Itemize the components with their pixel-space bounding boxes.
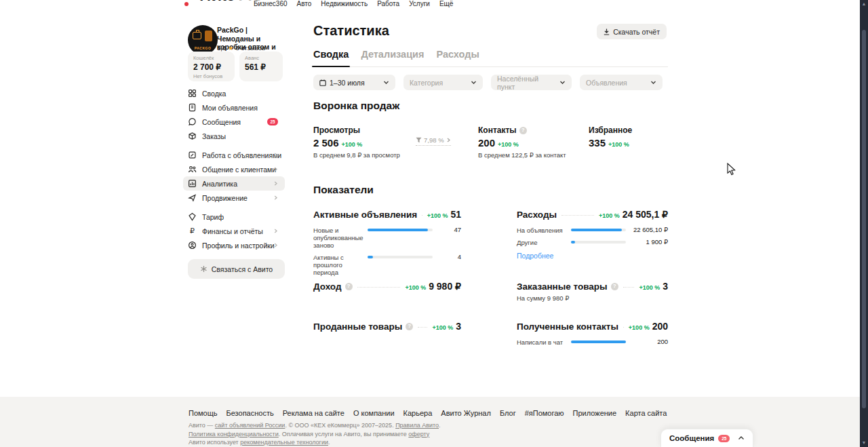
bar-chart-icon	[188, 179, 197, 188]
conversion-chip[interactable]: 7,98 %	[416, 136, 451, 146]
chat-icon	[188, 117, 197, 126]
logo-text: Avito	[200, 0, 235, 3]
legal-link[interactable]: Правила Авито	[395, 422, 439, 429]
advance-amount: 561 ₽	[245, 62, 277, 72]
footer-link-ihelp[interactable]: #яПомогаю	[525, 409, 564, 417]
footer-link-career[interactable]: Карьера	[403, 409, 433, 417]
sidebar-item-profile-settings[interactable]: Профиль и настройки	[183, 238, 285, 252]
nav-item-services[interactable]: Услуги	[409, 0, 430, 7]
bar-fill	[571, 229, 622, 231]
messages-widget[interactable]: Сообщения 25	[660, 429, 753, 447]
mouse-cursor	[727, 163, 736, 178]
chevron-right-icon	[273, 243, 278, 248]
legal-line: Авито — сайт объявлений России. © ООО «К…	[189, 421, 441, 430]
sidebar-item-work-with-ads[interactable]: Работа с объявлениями	[183, 148, 285, 162]
footer-link-help[interactable]: Помощь	[189, 409, 218, 417]
download-report-button[interactable]: Скачать отчёт	[597, 24, 667, 39]
legal-link[interactable]: рекомендательные технологии	[240, 439, 328, 446]
nav-item-business360[interactable]: Бизнес360	[254, 0, 288, 7]
filters-row: 1–30 июля Категория Населённый пункт Объ…	[313, 75, 663, 90]
avatar[interactable]: PACKGO	[188, 25, 218, 55]
info-icon[interactable]: ?	[611, 283, 618, 290]
dotted-leader	[561, 215, 594, 216]
document-icon	[188, 103, 197, 112]
nav-item-realty[interactable]: Недвижимость	[321, 0, 368, 7]
views-subtext: В среднем 9,8 ₽ за просмотр	[313, 151, 400, 159]
dotted-leader	[623, 287, 635, 288]
chevron-right-icon	[273, 153, 278, 157]
people-icon	[188, 165, 197, 174]
profile-rating[interactable]: 5,0 ★ 6 отзывов	[217, 44, 265, 52]
footer-links: Помощь Безопасность Реклама на сайте О к…	[189, 409, 667, 417]
metric-card-active-ads: Активные объявления +100 % 51 Новые и оп…	[313, 209, 461, 276]
conversion-value: 7,98 %	[424, 136, 444, 144]
ads-filter[interactable]: Объявления	[580, 75, 663, 90]
metric-card-expenses: Расходы +100 % 24 505,1 ₽ На объявления …	[517, 209, 668, 261]
tab-summary[interactable]: Сводка	[313, 49, 349, 60]
category-filter[interactable]: Категория	[403, 75, 483, 90]
vertical-scrollbar[interactable]: ▲ ▼	[860, 0, 868, 447]
scrollbar-thumb[interactable]	[862, 30, 866, 408]
sidebar-item-my-ads[interactable]: Мои объявления	[183, 100, 285, 115]
favorites-stat: Избранное 335 +100 %	[589, 125, 632, 149]
calendar-icon	[319, 79, 326, 86]
footer-link-journal[interactable]: Авито Журнал	[441, 409, 491, 417]
info-icon[interactable]: ?	[519, 127, 527, 134]
nav-item-jobs[interactable]: Работа	[377, 0, 399, 7]
sidebar-item-orders[interactable]: Заказы	[183, 129, 285, 143]
sidebar-item-tariff[interactable]: Тариф	[183, 210, 285, 224]
rocket-icon	[188, 193, 197, 202]
tariff-badge-icon	[188, 212, 197, 221]
footer-link-app[interactable]: Приложение	[573, 409, 617, 417]
sidebar-item-analytics[interactable]: Аналитика	[183, 176, 285, 191]
views-label: Просмотры	[313, 125, 400, 135]
info-icon[interactable]: ?	[345, 283, 353, 290]
metric-card-income: Доход ? +100 % 9 980 ₽	[313, 281, 461, 292]
scroll-down-arrow-icon[interactable]: ▼	[860, 440, 868, 446]
info-icon[interactable]: ?	[406, 323, 413, 330]
views-stat: Просмотры 2 506 +100 % В среднем 9,8 ₽ з…	[313, 125, 400, 159]
chevron-right-icon	[273, 181, 278, 186]
contact-avito-button[interactable]: Связаться с Авито	[188, 259, 285, 279]
bar-row: Активны с прошлого периода 4	[313, 254, 461, 276]
page-title: Статистика	[313, 23, 389, 39]
expenses-details-link[interactable]: Подробнее	[517, 252, 553, 260]
tab-expenses[interactable]: Расходы	[436, 49, 479, 60]
rating-score: 5,0	[217, 44, 226, 52]
box-icon	[188, 132, 197, 140]
bar-fill	[368, 256, 373, 258]
wallet-card[interactable]: Кошелёк 2 700 ₽ Нет бонусов	[188, 52, 235, 81]
bar-row: Другие 1 900 ₽	[517, 239, 668, 246]
nav-item-more[interactable]: Ещё	[439, 0, 453, 7]
footer-legal: Авито — сайт объявлений России. © ООО «К…	[189, 421, 441, 447]
contacts-stat: Контакты ? 200 +100 % В среднем 122,5 ₽ …	[478, 125, 566, 159]
sidebar-item-summary[interactable]: Сводка	[183, 86, 285, 100]
sidebar-item-messages[interactable]: Сообщения 25	[183, 115, 285, 129]
tab-details[interactable]: Детализация	[361, 49, 424, 60]
footer-link-sitemap[interactable]: Карта сайта	[625, 409, 667, 417]
chevron-right-icon	[273, 229, 278, 233]
bar-track	[368, 256, 433, 258]
legal-link[interactable]: оферту	[408, 431, 429, 438]
legal-link[interactable]: сайт объявлений России	[215, 422, 285, 429]
footer-link-advertising[interactable]: Реклама на сайте	[283, 409, 344, 417]
nav-item-auto[interactable]: Авто	[297, 0, 312, 7]
advance-card[interactable]: Аванс 561 ₽	[239, 52, 283, 81]
metric-card-received-contacts: Полученные контакты +100 % 200 Написали …	[517, 321, 668, 346]
download-icon	[604, 28, 610, 35]
sidebar-item-finance[interactable]: ₽ Финансы и отчёты	[183, 224, 285, 238]
scroll-up-arrow-icon[interactable]: ▲	[860, 1, 868, 7]
messages-widget-label: Сообщения	[669, 434, 714, 442]
bar-fill	[571, 241, 575, 244]
footer-link-blog[interactable]: Блог	[500, 409, 516, 417]
sidebar-item-client-communication[interactable]: Общение с клиентами	[183, 162, 285, 176]
location-filter[interactable]: Населённый пункт	[491, 75, 572, 90]
date-range-filter[interactable]: 1–30 июля	[313, 75, 395, 90]
legal-link[interactable]: Политика конфиденциальности	[189, 431, 279, 438]
footer-link-safety[interactable]: Безопасность	[226, 409, 274, 417]
statistics-tabs: Сводка Детализация Расходы	[313, 49, 668, 67]
doc-pencil-icon	[188, 151, 197, 159]
sidebar-item-promotion[interactable]: Продвижение	[183, 191, 285, 205]
footer-link-about[interactable]: О компании	[353, 409, 395, 417]
contacts-label: Контакты	[478, 125, 517, 135]
